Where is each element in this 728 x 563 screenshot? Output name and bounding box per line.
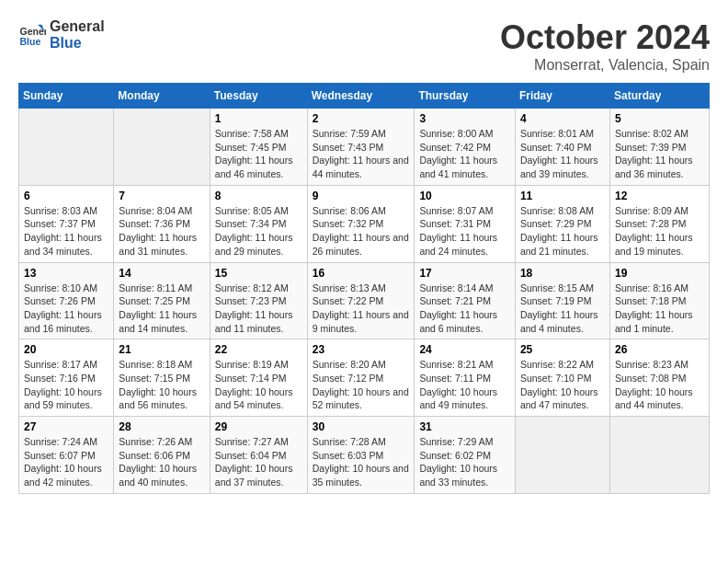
- day-number: 9: [313, 190, 410, 202]
- day-number: 11: [520, 190, 605, 202]
- day-info: Sunrise: 8:20 AM Sunset: 7:12 PM Dayligh…: [313, 358, 410, 412]
- day-number: 2: [313, 112, 410, 125]
- day-cell: 3Sunrise: 8:00 AM Sunset: 7:42 PM Daylig…: [415, 109, 516, 186]
- day-cell: 8Sunrise: 8:05 AM Sunset: 7:34 PM Daylig…: [210, 185, 307, 262]
- day-number: 31: [419, 420, 510, 433]
- day-info: Sunrise: 8:22 AM Sunset: 7:10 PM Dayligh…: [520, 358, 605, 412]
- day-info: Sunrise: 8:12 AM Sunset: 7:23 PM Dayligh…: [215, 282, 302, 336]
- day-number: 22: [215, 343, 302, 356]
- day-info: Sunrise: 8:21 AM Sunset: 7:11 PM Dayligh…: [419, 358, 510, 412]
- day-number: 6: [24, 190, 108, 202]
- day-number: 17: [419, 267, 510, 280]
- day-info: Sunrise: 7:29 AM Sunset: 6:02 PM Dayligh…: [419, 435, 510, 489]
- day-number: 27: [24, 420, 108, 433]
- day-cell: 20Sunrise: 8:17 AM Sunset: 7:16 PM Dayli…: [19, 339, 114, 417]
- day-cell: 19Sunrise: 8:16 AM Sunset: 7:18 PM Dayli…: [609, 262, 709, 339]
- day-info: Sunrise: 7:27 AM Sunset: 6:04 PM Dayligh…: [215, 435, 302, 489]
- day-number: 8: [215, 190, 302, 202]
- day-number: 20: [24, 343, 108, 356]
- day-cell: 26Sunrise: 8:23 AM Sunset: 7:08 PM Dayli…: [609, 339, 709, 417]
- day-cell: 29Sunrise: 7:27 AM Sunset: 6:04 PM Dayli…: [210, 417, 307, 494]
- day-info: Sunrise: 8:09 AM Sunset: 7:28 PM Dayligh…: [615, 204, 704, 259]
- day-number: 14: [119, 267, 204, 280]
- svg-text:Blue: Blue: [20, 35, 41, 46]
- location-subtitle: Monserrat, Valencia, Spain: [500, 57, 710, 74]
- day-info: Sunrise: 8:18 AM Sunset: 7:15 PM Dayligh…: [119, 358, 204, 412]
- day-cell: 27Sunrise: 7:24 AM Sunset: 6:07 PM Dayli…: [19, 417, 114, 494]
- day-number: 15: [215, 267, 302, 280]
- week-row-2: 6Sunrise: 8:03 AM Sunset: 7:37 PM Daylig…: [19, 185, 710, 262]
- day-cell: 14Sunrise: 8:11 AM Sunset: 7:25 PM Dayli…: [114, 262, 210, 339]
- day-number: 18: [520, 267, 605, 280]
- logo-icon: General Blue: [18, 21, 46, 49]
- day-info: Sunrise: 8:05 AM Sunset: 7:34 PM Dayligh…: [215, 204, 302, 259]
- day-info: Sunrise: 8:06 AM Sunset: 7:32 PM Dayligh…: [313, 204, 410, 259]
- column-header-tuesday: Tuesday: [210, 84, 307, 109]
- day-info: Sunrise: 7:59 AM Sunset: 7:43 PM Dayligh…: [313, 127, 410, 181]
- day-info: Sunrise: 8:08 AM Sunset: 7:29 PM Dayligh…: [520, 204, 605, 259]
- column-header-thursday: Thursday: [415, 84, 516, 109]
- day-number: 19: [615, 267, 704, 280]
- day-cell: 12Sunrise: 8:09 AM Sunset: 7:28 PM Dayli…: [609, 185, 709, 262]
- title-block: October 2024 Monserrat, Valencia, Spain: [500, 18, 710, 74]
- day-info: Sunrise: 8:16 AM Sunset: 7:18 PM Dayligh…: [615, 282, 704, 336]
- day-cell: 21Sunrise: 8:18 AM Sunset: 7:15 PM Dayli…: [114, 339, 210, 417]
- day-number: 21: [119, 343, 204, 356]
- day-info: Sunrise: 8:02 AM Sunset: 7:39 PM Dayligh…: [615, 127, 704, 181]
- day-number: 26: [615, 343, 704, 356]
- day-cell: 31Sunrise: 7:29 AM Sunset: 6:02 PM Dayli…: [415, 417, 516, 494]
- day-cell: 15Sunrise: 8:12 AM Sunset: 7:23 PM Dayli…: [210, 262, 307, 339]
- day-number: 5: [615, 112, 704, 125]
- day-cell: 28Sunrise: 7:26 AM Sunset: 6:06 PM Dayli…: [114, 417, 210, 494]
- day-cell: 22Sunrise: 8:19 AM Sunset: 7:14 PM Dayli…: [210, 339, 307, 417]
- day-cell: [114, 109, 210, 186]
- day-cell: 25Sunrise: 8:22 AM Sunset: 7:10 PM Dayli…: [515, 339, 609, 417]
- day-number: 12: [615, 190, 704, 202]
- day-number: 24: [419, 343, 510, 356]
- day-cell: 11Sunrise: 8:08 AM Sunset: 7:29 PM Dayli…: [515, 185, 609, 262]
- day-cell: 4Sunrise: 8:01 AM Sunset: 7:40 PM Daylig…: [515, 109, 609, 186]
- day-number: 10: [419, 190, 510, 202]
- day-number: 30: [313, 420, 410, 433]
- day-info: Sunrise: 8:14 AM Sunset: 7:21 PM Dayligh…: [419, 282, 510, 336]
- day-number: 25: [520, 343, 605, 356]
- column-header-monday: Monday: [114, 84, 210, 109]
- day-info: Sunrise: 8:19 AM Sunset: 7:14 PM Dayligh…: [215, 358, 302, 412]
- day-number: 23: [313, 343, 410, 356]
- logo-general: General: [50, 18, 105, 35]
- day-cell: 13Sunrise: 8:10 AM Sunset: 7:26 PM Dayli…: [19, 262, 114, 339]
- day-info: Sunrise: 8:03 AM Sunset: 7:37 PM Dayligh…: [24, 204, 108, 259]
- logo: General Blue General Blue: [18, 18, 105, 51]
- day-cell: 9Sunrise: 8:06 AM Sunset: 7:32 PM Daylig…: [307, 185, 415, 262]
- day-info: Sunrise: 8:15 AM Sunset: 7:19 PM Dayligh…: [520, 282, 605, 336]
- day-number: 16: [313, 267, 410, 280]
- day-info: Sunrise: 8:10 AM Sunset: 7:26 PM Dayligh…: [24, 282, 108, 336]
- day-cell: 6Sunrise: 8:03 AM Sunset: 7:37 PM Daylig…: [19, 185, 114, 262]
- day-info: Sunrise: 8:23 AM Sunset: 7:08 PM Dayligh…: [615, 358, 704, 412]
- day-number: 3: [419, 112, 510, 125]
- day-info: Sunrise: 7:24 AM Sunset: 6:07 PM Dayligh…: [24, 435, 108, 489]
- month-title: October 2024: [500, 18, 710, 57]
- week-row-1: 1Sunrise: 7:58 AM Sunset: 7:45 PM Daylig…: [19, 109, 710, 186]
- day-number: 29: [215, 420, 302, 433]
- day-info: Sunrise: 8:00 AM Sunset: 7:42 PM Dayligh…: [419, 127, 510, 181]
- day-info: Sunrise: 8:11 AM Sunset: 7:25 PM Dayligh…: [119, 282, 204, 336]
- day-cell: 5Sunrise: 8:02 AM Sunset: 7:39 PM Daylig…: [609, 109, 709, 186]
- column-header-saturday: Saturday: [609, 84, 709, 109]
- day-number: 7: [119, 190, 204, 202]
- day-cell: 23Sunrise: 8:20 AM Sunset: 7:12 PM Dayli…: [307, 339, 415, 417]
- day-info: Sunrise: 8:04 AM Sunset: 7:36 PM Dayligh…: [119, 204, 204, 259]
- day-cell: 10Sunrise: 8:07 AM Sunset: 7:31 PM Dayli…: [415, 185, 516, 262]
- day-info: Sunrise: 7:58 AM Sunset: 7:45 PM Dayligh…: [215, 127, 302, 181]
- day-info: Sunrise: 7:28 AM Sunset: 6:03 PM Dayligh…: [313, 435, 410, 489]
- calendar-table: SundayMondayTuesdayWednesdayThursdayFrid…: [18, 83, 710, 494]
- column-header-friday: Friday: [515, 84, 609, 109]
- day-cell: 18Sunrise: 8:15 AM Sunset: 7:19 PM Dayli…: [515, 262, 609, 339]
- day-number: 28: [119, 420, 204, 433]
- column-header-sunday: Sunday: [19, 84, 114, 109]
- day-cell: 1Sunrise: 7:58 AM Sunset: 7:45 PM Daylig…: [210, 109, 307, 186]
- day-cell: 2Sunrise: 7:59 AM Sunset: 7:43 PM Daylig…: [307, 109, 415, 186]
- day-cell: 17Sunrise: 8:14 AM Sunset: 7:21 PM Dayli…: [415, 262, 516, 339]
- column-header-wednesday: Wednesday: [307, 84, 415, 109]
- week-row-5: 27Sunrise: 7:24 AM Sunset: 6:07 PM Dayli…: [19, 417, 710, 494]
